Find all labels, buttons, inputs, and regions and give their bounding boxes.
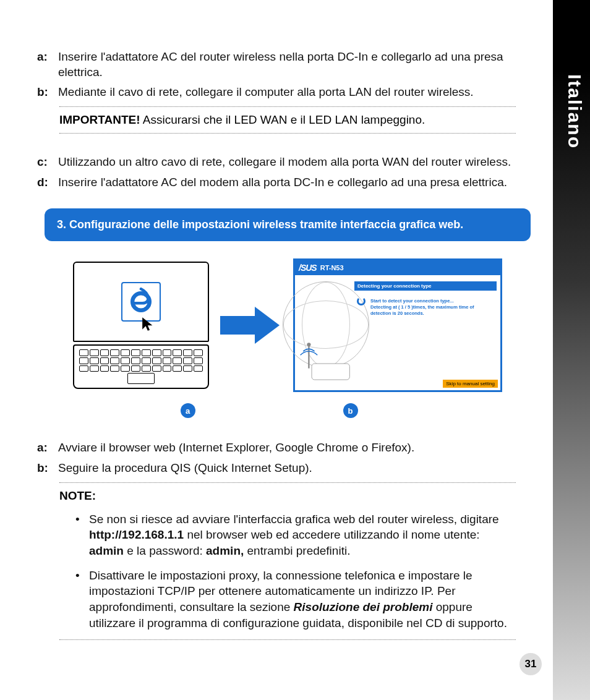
router-ui-panel: Detecting your connection type Start to … bbox=[354, 281, 497, 318]
step-c-label: c: bbox=[37, 155, 58, 170]
ie-icon bbox=[127, 288, 155, 316]
step-d-text: Inserire l'adattatore AC del modem alla … bbox=[58, 175, 507, 190]
section-banner: 3. Configurazione delle impostazioni wir… bbox=[45, 208, 531, 241]
spinner-icon bbox=[357, 297, 366, 305]
arrow-icon bbox=[220, 307, 282, 344]
laptop-screen bbox=[73, 262, 209, 342]
important-text: Assicurarsi che il LED WAN e il LED LAN … bbox=[140, 113, 425, 126]
router-web-ui: /SUS RT-N53 Detecting your connection ty… bbox=[293, 258, 502, 392]
step-b2-text: Seguire la procedura QIS (Quick Internet… bbox=[58, 461, 312, 476]
step-b2-label: b: bbox=[37, 461, 58, 476]
step-a-text: Inserire l'adattatore AC del router wire… bbox=[58, 49, 538, 80]
step-b-label: b: bbox=[37, 85, 58, 100]
note-1-tail: entrambi predefiniti. bbox=[247, 544, 351, 557]
detect-msg-1: Start to detect your connection type... bbox=[370, 298, 495, 304]
note-1-admin1: admin bbox=[89, 544, 124, 557]
note-1: Se non si riesce ad avviare l'interfacci… bbox=[75, 511, 516, 559]
trackpad bbox=[127, 373, 155, 384]
detecting-message: Start to detect your connection type... … bbox=[354, 291, 497, 318]
note-1-admin2: admin, bbox=[206, 544, 244, 557]
step-a2-label: a: bbox=[37, 440, 58, 456]
laptop-illustration bbox=[73, 262, 209, 389]
divider bbox=[59, 639, 516, 640]
detecting-title: Detecting your connection type bbox=[354, 281, 497, 291]
important-label: IMPORTANTE! bbox=[59, 113, 140, 126]
laptop-base bbox=[73, 344, 209, 389]
step-a2-text: Avviare il browser web (Internet Explore… bbox=[58, 440, 414, 456]
router-ui-header: /SUS RT-N53 bbox=[295, 260, 500, 275]
asus-model: RT-N53 bbox=[320, 264, 344, 271]
note-2-em: Risoluzione dei problemi bbox=[294, 600, 433, 613]
divider bbox=[59, 482, 516, 483]
figure-labels: a b bbox=[45, 403, 531, 418]
step-c: c: Utilizzando un altro cavo di rete, co… bbox=[37, 155, 538, 170]
detect-msg-2: Detecting at ( 1 / 5 )times, the maximum… bbox=[370, 304, 495, 317]
svg-point-3 bbox=[307, 343, 310, 347]
note-1-url: http://192.168.1.1 bbox=[89, 528, 184, 541]
fig-label-b: b bbox=[343, 403, 358, 418]
divider bbox=[59, 106, 516, 107]
step-a2: a: Avviare il browser web (Internet Expl… bbox=[37, 440, 538, 456]
page-number: 31 bbox=[519, 653, 542, 675]
keyboard bbox=[79, 349, 203, 372]
step-b: b: Mediante il cavo di rete, collegare i… bbox=[37, 85, 538, 100]
note-2: Disattivare le impostazioni proxy, la co… bbox=[75, 568, 516, 631]
note-1-pre: Se non si riesce ad avviare l'interfacci… bbox=[89, 513, 499, 526]
step-b-text: Mediante il cavo di rete, collegare il c… bbox=[58, 85, 474, 100]
svg-rect-1 bbox=[312, 364, 349, 380]
fig-label-a: a bbox=[181, 403, 195, 418]
steps-mid: c: Utilizzando un altro cavo di rete, co… bbox=[37, 155, 538, 190]
step-a: a: Inserire l'adattatore AC del router w… bbox=[37, 49, 538, 80]
note-1-mid1: nel browser web ed accedere utilizzando … bbox=[187, 528, 479, 541]
page-content: a: Inserire l'adattatore AC del router w… bbox=[37, 49, 538, 646]
router-illustration bbox=[297, 339, 354, 388]
step-d: d: Inserire l'adattatore AC del modem al… bbox=[37, 175, 538, 190]
important-block: IMPORTANTE! Assicurarsi che il LED WAN e… bbox=[59, 113, 516, 127]
skip-button[interactable]: Skip to manual setting bbox=[443, 380, 498, 388]
notes-list: Se non si riesce ad avviare l'interfacci… bbox=[75, 511, 516, 631]
router-ui-body: Detecting your connection type Start to … bbox=[295, 275, 500, 390]
note-1-mid2: e la password: bbox=[127, 544, 206, 557]
divider bbox=[59, 133, 516, 134]
steps-top: a: Inserire l'adattatore AC del router w… bbox=[37, 49, 538, 100]
language-tab: Italiano bbox=[564, 74, 585, 149]
steps-bottom: a: Avviare il browser web (Internet Expl… bbox=[37, 440, 538, 476]
notes-heading: NOTE: bbox=[59, 489, 516, 503]
asus-brand: /SUS bbox=[299, 263, 317, 273]
figure-row: /SUS RT-N53 Detecting your connection ty… bbox=[45, 258, 531, 392]
step-d-label: d: bbox=[37, 175, 58, 190]
step-a-label: a: bbox=[37, 49, 58, 80]
step-b2: b: Seguire la procedura QIS (Quick Inter… bbox=[37, 461, 538, 476]
cursor-icon bbox=[141, 316, 157, 332]
step-c-text: Utilizzando un altro cavo di rete, colle… bbox=[58, 155, 511, 170]
